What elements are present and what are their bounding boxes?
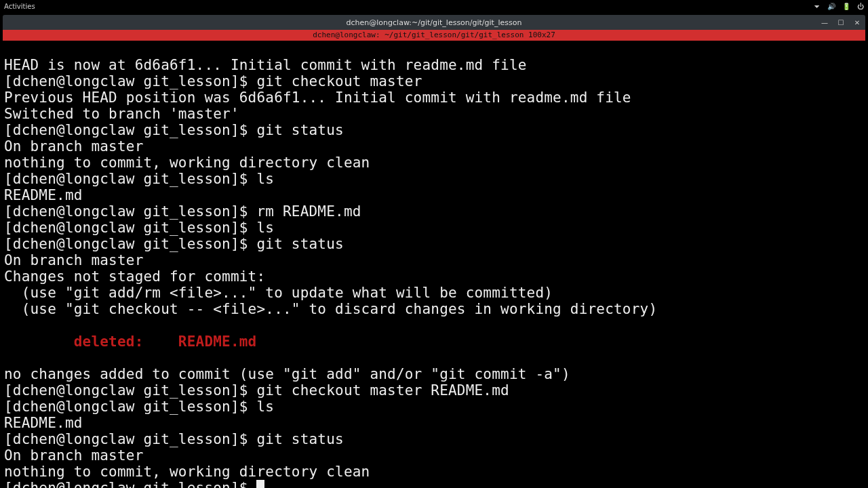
command-text: git checkout master README.md (256, 382, 509, 399)
shell-prompt: [dchen@longclaw git_lesson]$ (4, 382, 256, 399)
command-text: git status (256, 431, 343, 447)
command-text: rm README.md (256, 203, 361, 220)
command-text: ls (256, 399, 274, 415)
terminal-cursor[interactable] (256, 480, 264, 488)
output-line: On branch master (4, 447, 144, 464)
tmux-status-bar: dchen@longclaw: ~/git/git_lesson/git/git… (3, 30, 865, 41)
output-line: no changes added to commit (use "git add… (4, 366, 570, 382)
minimize-button[interactable]: — (819, 17, 830, 28)
system-tray: ⏷ 🔊 🔋 ⏻ (814, 3, 864, 10)
activities-button[interactable]: Activities (4, 3, 35, 10)
close-button[interactable]: ✕ (852, 17, 863, 28)
power-icon[interactable]: ⏻ (857, 3, 864, 10)
output-line: On branch master (4, 138, 144, 155)
shell-prompt: [dchen@longclaw git_lesson]$ (4, 73, 256, 89)
shell-prompt: [dchen@longclaw git_lesson]$ (4, 236, 256, 252)
output-line: nothing to commit, working directory cle… (4, 155, 370, 171)
battery-icon[interactable]: 🔋 (842, 3, 850, 10)
command-text: git status (256, 236, 343, 252)
window-titlebar[interactable]: dchen@longclaw:~/git/git_lesson/git/git_… (3, 15, 865, 30)
output-line: README.md (4, 415, 83, 431)
window-title: dchen@longclaw:~/git/git_lesson/git/git_… (347, 18, 522, 27)
gnome-topbar: Activities ⏷ 🔊 🔋 ⏻ (0, 0, 868, 12)
command-text: git checkout master (256, 73, 422, 89)
shell-prompt: [dchen@longclaw git_lesson]$ (4, 399, 256, 415)
command-text: ls (256, 171, 274, 187)
terminal-window: dchen@longclaw:~/git/git_lesson/git/git_… (3, 15, 865, 488)
output-line: Switched to branch 'master' (4, 106, 239, 122)
shell-prompt: [dchen@longclaw git_lesson]$ (4, 220, 256, 236)
output-line: nothing to commit, working directory cle… (4, 464, 370, 480)
command-text: ls (256, 220, 274, 236)
terminal-output[interactable]: HEAD is now at 6d6a6f1... Initial commit… (3, 41, 865, 488)
volume-icon[interactable]: 🔊 (827, 3, 835, 10)
output-line: README.md (4, 187, 83, 203)
shell-prompt: [dchen@longclaw git_lesson]$ (4, 122, 256, 138)
shell-prompt: [dchen@longclaw git_lesson]$ (4, 431, 256, 447)
shell-prompt: [dchen@longclaw git_lesson]$ (4, 171, 256, 187)
output-line: On branch master (4, 252, 144, 268)
shell-prompt: [dchen@longclaw git_lesson]$ (4, 480, 256, 488)
deleted-status-line: deleted: README.md (4, 333, 256, 350)
maximize-button[interactable]: ☐ (835, 17, 846, 28)
output-line: HEAD is now at 6d6a6f1... Initial commit… (4, 57, 527, 73)
caret-down-icon[interactable]: ⏷ (814, 3, 821, 10)
shell-prompt: [dchen@longclaw git_lesson]$ (4, 203, 256, 220)
output-line: (use "git add/rm <file>..." to update wh… (4, 285, 553, 301)
output-line: (use "git checkout -- <file>..." to disc… (4, 301, 657, 317)
output-line: Previous HEAD position was 6d6a6f1... In… (4, 89, 631, 106)
output-line: Changes not staged for commit: (4, 268, 265, 285)
command-text: git status (256, 122, 343, 138)
